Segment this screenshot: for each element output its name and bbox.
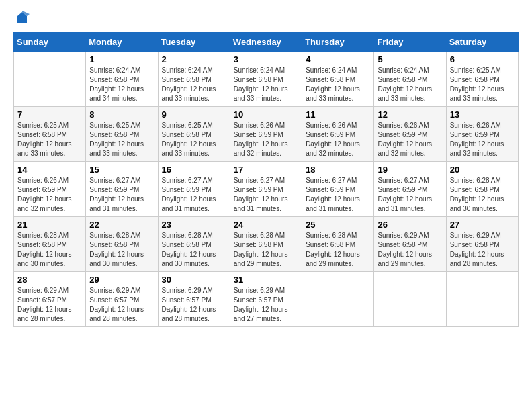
daylight-text: Daylight: 12 hours and 30 minutes. [450, 195, 504, 212]
logo [13, 11, 30, 26]
sunrise-text: Sunrise: 6:24 AM [89, 66, 140, 74]
column-header-friday: Friday [374, 33, 446, 52]
day-info: Sunrise: 6:27 AMSunset: 6:59 PMDaylight:… [89, 176, 154, 214]
day-info: Sunrise: 6:28 AMSunset: 6:58 PMDaylight:… [17, 231, 82, 269]
calendar-cell: 25Sunrise: 6:28 AMSunset: 6:58 PMDayligh… [302, 217, 374, 272]
day-number: 26 [378, 220, 442, 230]
day-info: Sunrise: 6:26 AMSunset: 6:59 PMDaylight:… [378, 121, 442, 158]
calendar-cell: 2Sunrise: 6:24 AMSunset: 6:58 PMDaylight… [158, 52, 230, 107]
calendar-cell: 18Sunrise: 6:27 AMSunset: 6:59 PMDayligh… [302, 162, 374, 217]
daylight-text: Daylight: 12 hours and 31 minutes. [234, 195, 288, 212]
calendar-cell: 11Sunrise: 6:26 AMSunset: 6:59 PMDayligh… [302, 107, 374, 162]
day-info: Sunrise: 6:24 AMSunset: 6:58 PMDaylight:… [378, 66, 442, 103]
calendar-page: SundayMondayTuesdayWednesdayThursdayFrid… [0, 0, 532, 338]
sunrise-text: Sunrise: 6:26 AM [17, 177, 69, 184]
calendar-cell: 9Sunrise: 6:25 AMSunset: 6:58 PMDaylight… [158, 107, 230, 162]
calendar-cell: 17Sunrise: 6:27 AMSunset: 6:59 PMDayligh… [230, 162, 302, 217]
day-number: 24 [234, 220, 298, 230]
day-number: 9 [162, 109, 226, 120]
sunset-text: Sunset: 6:59 PM [450, 131, 500, 138]
calendar-cell: 7Sunrise: 6:25 AMSunset: 6:58 PMDaylight… [14, 107, 86, 162]
sunset-text: Sunset: 6:57 PM [17, 296, 67, 304]
day-number: 8 [89, 109, 154, 120]
day-info: Sunrise: 6:25 AMSunset: 6:58 PMDaylight:… [450, 66, 515, 103]
calendar-week-3: 14Sunrise: 6:26 AMSunset: 6:59 PMDayligh… [14, 162, 519, 217]
calendar-week-2: 7Sunrise: 6:25 AMSunset: 6:58 PMDaylight… [14, 107, 519, 162]
column-header-sunday: Sunday [14, 33, 86, 52]
sunrise-text: Sunrise: 6:25 AM [450, 66, 501, 74]
day-info: Sunrise: 6:24 AMSunset: 6:58 PMDaylight:… [162, 66, 226, 103]
column-header-wednesday: Wednesday [230, 33, 302, 52]
day-number: 22 [89, 220, 154, 230]
day-info: Sunrise: 6:29 AMSunset: 6:57 PMDaylight:… [89, 286, 154, 324]
daylight-text: Daylight: 12 hours and 33 minutes. [162, 85, 216, 102]
day-number: 25 [306, 220, 370, 230]
daylight-text: Daylight: 12 hours and 32 minutes. [378, 140, 432, 157]
sunset-text: Sunset: 6:57 PM [89, 296, 139, 304]
calendar-cell: 19Sunrise: 6:27 AMSunset: 6:59 PMDayligh… [374, 162, 446, 217]
calendar-cell: 3Sunrise: 6:24 AMSunset: 6:58 PMDaylight… [230, 52, 302, 107]
day-number: 21 [17, 220, 82, 230]
day-info: Sunrise: 6:28 AMSunset: 6:58 PMDaylight:… [162, 231, 226, 269]
calendar-cell: 31Sunrise: 6:29 AMSunset: 6:57 PMDayligh… [230, 272, 302, 327]
day-info: Sunrise: 6:29 AMSunset: 6:57 PMDaylight:… [234, 286, 298, 324]
daylight-text: Daylight: 12 hours and 28 minutes. [17, 306, 72, 322]
calendar-table: SundayMondayTuesdayWednesdayThursdayFrid… [13, 32, 519, 327]
day-number: 20 [450, 165, 515, 175]
sunrise-text: Sunrise: 6:26 AM [450, 122, 501, 129]
calendar-cell: 30Sunrise: 6:29 AMSunset: 6:57 PMDayligh… [158, 272, 230, 327]
sunrise-text: Sunrise: 6:27 AM [162, 177, 213, 184]
sunrise-text: Sunrise: 6:27 AM [378, 177, 429, 184]
calendar-cell: 10Sunrise: 6:26 AMSunset: 6:59 PMDayligh… [230, 107, 302, 162]
sunrise-text: Sunrise: 6:29 AM [162, 287, 213, 294]
day-number: 6 [450, 54, 515, 64]
daylight-text: Daylight: 12 hours and 28 minutes. [450, 250, 504, 267]
day-info: Sunrise: 6:24 AMSunset: 6:58 PMDaylight:… [89, 66, 154, 103]
calendar-body: 1Sunrise: 6:24 AMSunset: 6:58 PMDaylight… [14, 52, 519, 327]
column-header-tuesday: Tuesday [158, 33, 230, 52]
sunset-text: Sunset: 6:58 PM [17, 131, 67, 138]
sunrise-text: Sunrise: 6:24 AM [234, 66, 285, 74]
sunset-text: Sunset: 6:58 PM [89, 131, 139, 138]
day-number: 12 [378, 109, 442, 120]
sunset-text: Sunset: 6:58 PM [450, 186, 500, 193]
sunrise-text: Sunrise: 6:25 AM [162, 122, 213, 129]
daylight-text: Daylight: 12 hours and 32 minutes. [306, 140, 360, 157]
sunrise-text: Sunrise: 6:29 AM [378, 232, 429, 239]
day-number: 1 [89, 54, 154, 64]
sunrise-text: Sunrise: 6:25 AM [17, 122, 69, 129]
sunrise-text: Sunrise: 6:28 AM [234, 232, 285, 239]
sunrise-text: Sunrise: 6:27 AM [234, 177, 285, 184]
calendar-cell: 29Sunrise: 6:29 AMSunset: 6:57 PMDayligh… [86, 272, 158, 327]
calendar-cell: 1Sunrise: 6:24 AMSunset: 6:58 PMDaylight… [86, 52, 158, 107]
day-number: 5 [378, 54, 442, 64]
calendar-cell: 20Sunrise: 6:28 AMSunset: 6:58 PMDayligh… [446, 162, 518, 217]
sunrise-text: Sunrise: 6:27 AM [306, 177, 357, 184]
daylight-text: Daylight: 12 hours and 33 minutes. [162, 140, 216, 157]
daylight-text: Daylight: 12 hours and 34 minutes. [89, 85, 144, 102]
sunrise-text: Sunrise: 6:24 AM [306, 66, 357, 74]
calendar-cell: 23Sunrise: 6:28 AMSunset: 6:58 PMDayligh… [158, 217, 230, 272]
daylight-text: Daylight: 12 hours and 33 minutes. [450, 85, 504, 102]
sunset-text: Sunset: 6:59 PM [234, 186, 283, 193]
sunrise-text: Sunrise: 6:28 AM [17, 232, 69, 239]
daylight-text: Daylight: 12 hours and 32 minutes. [17, 195, 72, 212]
daylight-text: Daylight: 12 hours and 29 minutes. [234, 250, 288, 267]
daylight-text: Daylight: 12 hours and 30 minutes. [17, 250, 72, 267]
day-number: 4 [306, 54, 370, 64]
sunset-text: Sunset: 6:58 PM [162, 241, 212, 248]
day-number: 2 [162, 54, 226, 64]
sunrise-text: Sunrise: 6:28 AM [89, 232, 140, 239]
sunrise-text: Sunrise: 6:29 AM [234, 287, 285, 294]
daylight-text: Daylight: 12 hours and 30 minutes. [162, 250, 216, 267]
day-number: 13 [450, 109, 515, 120]
calendar-header: SundayMondayTuesdayWednesdayThursdayFrid… [14, 33, 519, 52]
day-info: Sunrise: 6:27 AMSunset: 6:59 PMDaylight:… [306, 176, 370, 214]
sunrise-text: Sunrise: 6:26 AM [378, 122, 429, 129]
calendar-cell: 22Sunrise: 6:28 AMSunset: 6:58 PMDayligh… [86, 217, 158, 272]
calendar-cell: 6Sunrise: 6:25 AMSunset: 6:58 PMDaylight… [446, 52, 518, 107]
calendar-week-1: 1Sunrise: 6:24 AMSunset: 6:58 PMDaylight… [14, 52, 519, 107]
daylight-text: Daylight: 12 hours and 31 minutes. [162, 195, 216, 212]
daylight-text: Daylight: 12 hours and 29 minutes. [378, 250, 432, 267]
sunset-text: Sunset: 6:57 PM [162, 296, 212, 304]
